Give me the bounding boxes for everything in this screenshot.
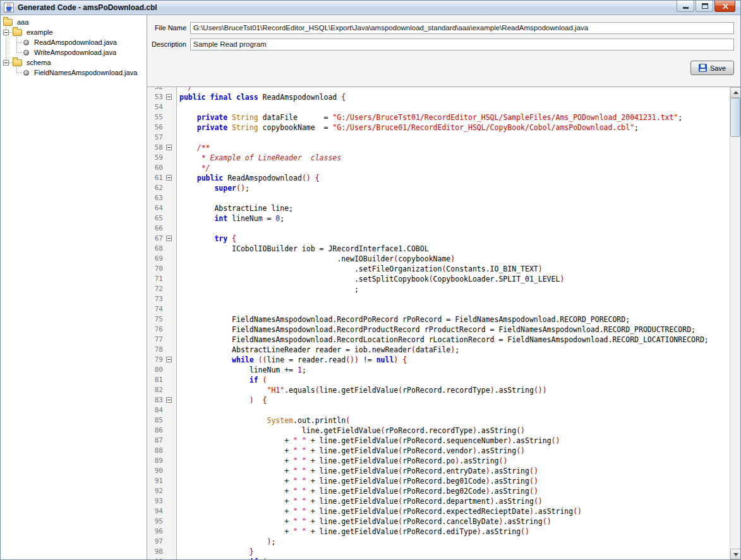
fold-collapse-icon[interactable]: [166, 397, 172, 403]
code-line-58[interactable]: 58 /**: [147, 143, 730, 153]
fold-column: [164, 537, 174, 547]
code-line-95[interactable]: 95 + " " + line.getFieldValue(rPoRecord.…: [147, 516, 730, 527]
scroll-up-button[interactable]: [730, 87, 740, 98]
code-line-78[interactable]: 78 AbstractLineReader reader = iob.newRe…: [147, 345, 730, 355]
close-button[interactable]: [714, 1, 735, 12]
code-line-79[interactable]: 79 while ((line = reader.read()) != null…: [147, 355, 730, 365]
code-line-68[interactable]: 68 ICobolIOBuilder iob = JRecordInterfac…: [147, 244, 730, 254]
code-line-63[interactable]: 63: [147, 193, 730, 203]
fold-collapse-icon[interactable]: [166, 145, 172, 150]
code-line-91[interactable]: 91 + " " + line.getFieldValue(rPoRecord.…: [147, 476, 730, 486]
code-line-72[interactable]: 72 ;: [147, 284, 730, 294]
code-line-52[interactable]: 52 */: [147, 87, 730, 92]
tree-item-fieldnamesamspodownload-java[interactable]: FieldNamesAmspodownload.java: [1, 68, 147, 78]
maximize-button[interactable]: [696, 1, 713, 12]
tree-item-aaa[interactable]: aaa: [1, 17, 147, 27]
fold-collapse-icon[interactable]: [166, 357, 172, 362]
minimize-button[interactable]: [677, 1, 694, 12]
line-number: 62: [147, 183, 164, 193]
code-line-75[interactable]: 75 FieldNamesAmspodownload.RecordPoRecor…: [147, 314, 730, 325]
code-line-70[interactable]: 70 .setFileOrganization(Constants.IO_BIN…: [147, 264, 730, 274]
fold-collapse-icon[interactable]: [166, 235, 172, 241]
code-line-94[interactable]: 94 + " " + line.getFieldValue(rPoRecord.…: [147, 506, 730, 516]
code-text: FieldNamesAmspodownload.RecordProductRec…: [177, 325, 696, 335]
save-button[interactable]: Save: [690, 61, 734, 75]
code-line-99[interactable]: 99 if (: [147, 557, 730, 559]
line-number: 52: [147, 87, 164, 92]
folder-icon: [13, 59, 22, 66]
code-line-76[interactable]: 76 FieldNamesAmspodownload.RecordProduct…: [147, 325, 730, 335]
code-line-98[interactable]: 98 }: [147, 547, 730, 557]
code-line-81[interactable]: 81 if (: [147, 375, 730, 385]
gutter: 54: [147, 102, 177, 112]
code-line-90[interactable]: 90 + " " + line.getFieldValue(rPoRecord.…: [147, 466, 730, 476]
code-line-54[interactable]: 54: [147, 102, 730, 112]
code-line-67[interactable]: 67 try {: [147, 234, 730, 244]
code-line-64[interactable]: 64 AbstractLine line;: [147, 203, 730, 213]
code-line-65[interactable]: 65 int lineNum = 0;: [147, 213, 730, 223]
code-line-84[interactable]: 84: [147, 405, 730, 415]
code-line-87[interactable]: 87 + " " + line.getFieldValue(rPoRecord.…: [147, 436, 730, 446]
code-line-71[interactable]: 71 .setSplitCopybook(CopybookLoader.SPLI…: [147, 274, 730, 284]
fold-column: [164, 213, 174, 223]
gutter: 76: [147, 325, 177, 335]
code-line-59[interactable]: 59 * Example of LineReader classes: [147, 153, 730, 163]
scrollbar-thumb[interactable]: [730, 98, 740, 137]
title-bar[interactable]: Generated Code - amsPoDownload.cbl: [1, 1, 740, 15]
code-line-56[interactable]: 56 private String copybookName = "G:/Use…: [147, 122, 730, 133]
tree-item-example[interactable]: example: [1, 27, 147, 37]
line-number: 99: [147, 557, 164, 559]
code-line-92[interactable]: 92 + " " + line.getFieldValue(rPoRecord.…: [147, 486, 730, 496]
code-line-97[interactable]: 97 );: [147, 537, 730, 547]
collapse-expander-icon[interactable]: [3, 60, 9, 66]
fold-collapse-icon[interactable]: [166, 175, 172, 181]
code-text: [177, 133, 179, 143]
code-line-66[interactable]: 66: [147, 223, 730, 234]
line-number: 68: [147, 244, 164, 254]
save-button-label: Save: [710, 64, 726, 72]
fold-collapse-icon[interactable]: [166, 94, 172, 100]
fold-column: [164, 375, 174, 385]
code-line-77[interactable]: 77 FieldNamesAmspodownload.RecordLocatio…: [147, 335, 730, 345]
code-line-53[interactable]: 53public final class ReadAmspodownload {: [147, 92, 730, 102]
code-line-86[interactable]: 86 line.getFieldValue(rPoRecord.recordTy…: [147, 426, 730, 436]
gutter: 99: [147, 557, 177, 559]
vertical-scrollbar[interactable]: [730, 87, 740, 559]
tree-item-readamspodownload-java[interactable]: ReadAmspodownload.java: [1, 37, 147, 47]
code-viewport[interactable]: 52 */53public final class ReadAmspodownl…: [147, 87, 730, 559]
code-line-61[interactable]: 61 public ReadAmspodownload() {: [147, 173, 730, 183]
code-line-89[interactable]: 89 + " " + line.getFieldValue(rPoRecord.…: [147, 456, 730, 466]
tree-item-writeamspodownload-java[interactable]: WriteAmspodownload.java: [1, 47, 147, 57]
code-line-69[interactable]: 69 .newIOBuilder(copybookName): [147, 254, 730, 264]
tree-item-label: WriteAmspodownload.java: [33, 49, 117, 56]
code-line-83[interactable]: 83 ) {: [147, 395, 730, 405]
fold-column: [164, 173, 174, 183]
code-line-93[interactable]: 93 + " " + line.getFieldValue(rPoRecord.…: [147, 496, 730, 506]
code-line-82[interactable]: 82 "H1".equals(line.getFieldValue(rPoRec…: [147, 385, 730, 395]
code-line-57[interactable]: 57: [147, 133, 730, 143]
file-name-input[interactable]: [190, 22, 734, 34]
fold-column: [164, 314, 174, 325]
code-text: [177, 223, 179, 234]
code-line-80[interactable]: 80 lineNum += 1;: [147, 365, 730, 375]
code-editor[interactable]: 52 */53public final class ReadAmspodownl…: [147, 86, 740, 559]
scroll-down-button[interactable]: [730, 549, 740, 559]
line-number: 69: [147, 254, 164, 264]
code-line-96[interactable]: 96 + " " + line.getFieldValue(rPoRecord.…: [147, 527, 730, 537]
code-text: private String copybookName = "G:/Users/…: [177, 122, 639, 133]
gutter: 60: [147, 163, 177, 173]
gutter: 92: [147, 486, 177, 496]
code-line-60[interactable]: 60 */: [147, 163, 730, 173]
collapse-expander-icon[interactable]: [3, 30, 9, 35]
code-line-55[interactable]: 55 private String dataFile = "G:/Users/B…: [147, 112, 730, 122]
code-line-73[interactable]: 73: [147, 294, 730, 304]
code-line-85[interactable]: 85 System.out.println(: [147, 415, 730, 426]
code-line-88[interactable]: 88 + " " + line.getFieldValue(rPoRecord.…: [147, 446, 730, 456]
description-input[interactable]: [190, 39, 734, 51]
fold-column: [164, 496, 174, 506]
tree-item-schema[interactable]: schema: [1, 57, 147, 68]
code-text: + " " + line.getFieldValue(rPoRecord.exp…: [177, 506, 582, 516]
file-icon: [23, 50, 29, 56]
code-line-62[interactable]: 62 super();: [147, 183, 730, 193]
code-line-74[interactable]: 74: [147, 304, 730, 314]
